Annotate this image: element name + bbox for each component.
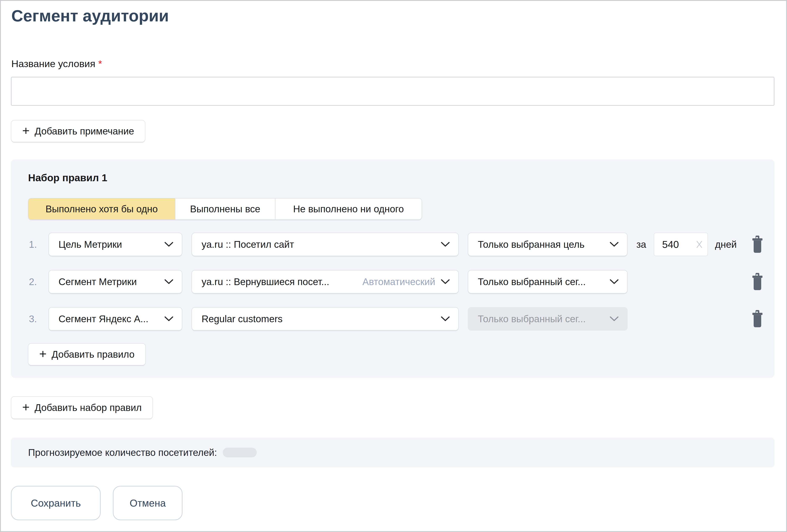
- rule-value-select[interactable]: Regular customers: [192, 307, 459, 331]
- period-days-field: [654, 233, 708, 256]
- condition-name-label: Название условия*: [11, 58, 102, 69]
- chevron-down-icon: [441, 316, 450, 322]
- rule-number: 3.: [22, 313, 37, 324]
- condition-name-input[interactable]: [11, 77, 774, 106]
- delete-rule-button[interactable]: [751, 272, 764, 291]
- chevron-down-icon: [164, 279, 173, 284]
- chevron-down-icon: [610, 279, 619, 284]
- add-rule-set-button[interactable]: + Добавить набор правил: [11, 396, 153, 419]
- cancel-button[interactable]: Отмена: [113, 486, 183, 520]
- forecast-bar: Прогнозируемое количество посетителей:: [11, 438, 774, 467]
- rule-value-text: ya.ru :: Вернувшиеся посет...: [201, 276, 362, 288]
- add-rule-button[interactable]: + Добавить правило: [28, 343, 146, 365]
- required-asterisk: *: [98, 58, 102, 69]
- rule-type-select[interactable]: Цель Метрики: [48, 233, 182, 256]
- chevron-down-icon: [441, 242, 450, 247]
- add-rule-label: Добавить правило: [51, 349, 134, 360]
- trash-icon: [751, 272, 764, 291]
- rule-value-text: Regular customers: [201, 313, 441, 324]
- match-mode-switch: Выполнено хотя бы одно Выполнены все Не …: [28, 198, 422, 220]
- rule-type-value: Цель Метрики: [59, 239, 164, 250]
- match-mode-all-button[interactable]: Выполнены все: [175, 198, 275, 219]
- rule-type-value: Сегмент Яндекс А...: [59, 313, 164, 324]
- match-mode-any-button[interactable]: Выполнено хотя бы одно: [28, 198, 175, 219]
- condition-name-label-text: Название условия: [11, 58, 95, 69]
- save-button[interactable]: Сохранить: [11, 486, 101, 520]
- add-rule-set-label: Добавить набор правил: [35, 402, 142, 413]
- rule-scope-text: Только выбранный сег...: [478, 313, 610, 324]
- rule-scope-select-disabled: Только выбранный сег...: [468, 307, 628, 331]
- chevron-down-icon: [610, 316, 619, 322]
- auto-badge: Автоматический: [362, 276, 435, 288]
- chevron-down-icon: [441, 279, 450, 284]
- rule-row: 2. Сегмент Метрики ya.ru :: Вернувшиеся …: [22, 270, 764, 294]
- forecast-value-skeleton: [223, 448, 257, 457]
- period-prefix-label: за: [636, 239, 646, 250]
- rule-value-select[interactable]: ya.ru :: Посетил сайт: [192, 233, 459, 256]
- plus-icon: +: [39, 347, 47, 360]
- rule-type-select[interactable]: Сегмент Метрики: [48, 270, 182, 294]
- rule-number: 2.: [22, 276, 37, 288]
- clear-x-icon[interactable]: [695, 239, 704, 249]
- match-mode-none-button[interactable]: Не выполнено ни одного: [275, 198, 422, 219]
- rule-set-panel: Набор правил 1 Выполнено хотя бы одно Вы…: [11, 159, 774, 378]
- period-suffix-label: дней: [715, 239, 737, 250]
- rule-value-text: ya.ru :: Посетил сайт: [201, 239, 441, 250]
- rule-scope-text: Только выбранный сег...: [478, 276, 610, 288]
- add-note-button[interactable]: + Добавить примечание: [11, 120, 145, 142]
- rule-row: 3. Сегмент Яндекс А... Regular customers…: [22, 307, 764, 331]
- rule-set-heading: Набор правил 1: [28, 172, 107, 184]
- period-days-input[interactable]: [662, 239, 689, 250]
- delete-rule-button[interactable]: [751, 235, 764, 254]
- segment-editor-page: Сегмент аудитории Название условия* + До…: [0, 0, 787, 532]
- rule-number: 1.: [22, 239, 37, 250]
- plus-icon: +: [22, 124, 29, 137]
- trash-icon: [751, 235, 764, 254]
- rule-row: 1. Цель Метрики ya.ru :: Посетил сайт То…: [22, 233, 764, 256]
- chevron-down-icon: [164, 316, 173, 322]
- page-title: Сегмент аудитории: [11, 6, 169, 25]
- rule-value-select[interactable]: ya.ru :: Вернувшиеся посет... Автоматиче…: [192, 270, 459, 294]
- plus-icon: +: [22, 401, 29, 413]
- rule-scope-select[interactable]: Только выбранная цель: [468, 233, 628, 256]
- rule-scope-text: Только выбранная цель: [478, 239, 610, 250]
- chevron-down-icon: [164, 242, 173, 247]
- rule-scope-select[interactable]: Только выбранный сег...: [468, 270, 628, 294]
- add-note-label: Добавить примечание: [35, 125, 134, 137]
- chevron-down-icon: [610, 242, 619, 247]
- forecast-label: Прогнозируемое количество посетителей:: [28, 447, 217, 458]
- rule-type-value: Сегмент Метрики: [59, 276, 164, 288]
- trash-icon: [751, 310, 764, 328]
- rule-type-select[interactable]: Сегмент Яндекс А...: [48, 307, 182, 331]
- delete-rule-button[interactable]: [751, 310, 764, 328]
